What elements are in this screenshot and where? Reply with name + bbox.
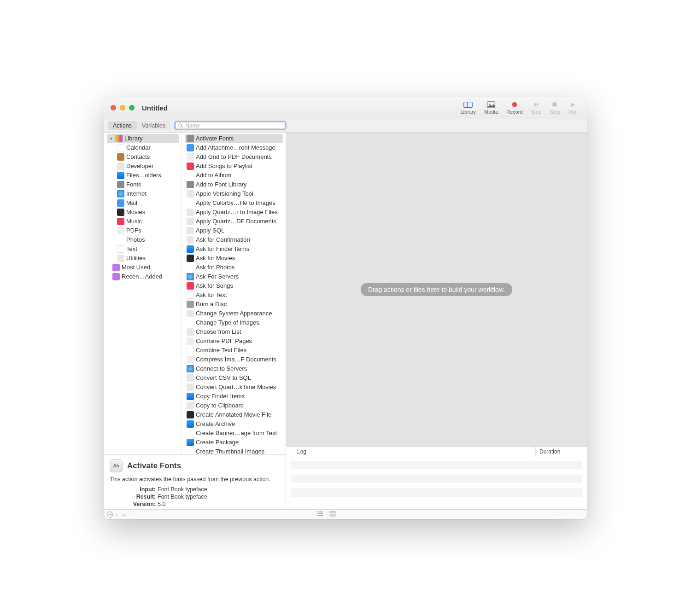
titlebar: Untitled Library Media Record (104, 97, 587, 119)
input-value: Font Book typeface (158, 486, 280, 493)
action-item[interactable]: Add to Font Library (185, 180, 283, 189)
left-panel: ▾ Library CalendarContactsDeveloperFiles… (104, 133, 286, 509)
action-item[interactable]: Apply SQL (185, 226, 283, 235)
category-label: Internet (126, 190, 146, 197)
action-item[interactable]: Compress Ima…F Documents (185, 355, 283, 364)
action-item[interactable]: Combine Text Files (185, 346, 283, 355)
result-value: Font Book typeface (158, 494, 280, 500)
action-item[interactable]: Apple Versioning Tool (185, 189, 283, 198)
library-category[interactable]: Utilities (107, 254, 179, 263)
copyright-icon[interactable]: ~ (107, 511, 113, 517)
variables-tab[interactable]: Variables (137, 121, 170, 130)
action-item[interactable]: Ask for Songs (185, 281, 283, 291)
action-item[interactable]: Burn a Disc (185, 300, 283, 309)
library-category[interactable]: Developer (107, 162, 179, 171)
library-category[interactable]: Calendar (107, 143, 179, 152)
action-label: Ask for Text (196, 291, 227, 298)
action-item[interactable]: Ask for Movies (185, 254, 283, 263)
action-item[interactable]: Create Thumbnail Images (185, 447, 283, 454)
chevron-down-icon[interactable]: ⌵ (116, 512, 118, 517)
run-button[interactable]: Run (568, 101, 578, 115)
minimize-button[interactable] (120, 105, 125, 110)
action-item[interactable]: Ask for Photos (185, 263, 283, 272)
library-root[interactable]: ▾ Library (107, 134, 179, 143)
action-icon (187, 448, 194, 454)
library-smart-folder[interactable]: Recen…Added (107, 272, 179, 281)
actions-tab[interactable]: Actions (108, 121, 137, 130)
disclosure-icon[interactable]: ▾ (109, 136, 113, 141)
log-header-log[interactable]: Log (286, 447, 535, 457)
svg-rect-6 (553, 103, 557, 107)
close-button[interactable] (111, 105, 116, 110)
action-icon (187, 328, 194, 336)
log-body (286, 457, 587, 509)
action-item[interactable]: Combine PDF Pages (185, 337, 283, 346)
action-item[interactable]: Create Banner…age from Text (185, 429, 283, 438)
action-item[interactable]: Add to Album (185, 171, 283, 180)
flow-view-icon[interactable] (329, 511, 336, 518)
action-item[interactable]: Create Annotated Movie File (185, 410, 283, 419)
library-category[interactable]: PDFs (107, 226, 179, 235)
action-item[interactable]: Activate Fonts (185, 134, 283, 143)
action-label: Activate Fonts (196, 135, 234, 142)
svg-rect-15 (330, 511, 335, 513)
action-item[interactable]: Add Attachme…ront Message (185, 143, 283, 152)
action-item[interactable]: Add Grid to PDF Documents (185, 152, 283, 162)
library-category[interactable]: Mail (107, 198, 179, 208)
action-label: Create Package (196, 439, 239, 446)
action-item[interactable]: Apply Quartz…DF Documents (185, 217, 283, 226)
action-label: Convert Quart…kTime Movies (196, 384, 276, 390)
log-header-duration[interactable]: Duration (535, 447, 587, 457)
library-button[interactable]: Library (460, 101, 476, 115)
right-panel: Drag actions or files here to build your… (286, 133, 587, 509)
action-item[interactable]: Convert CSV to SQL (185, 373, 283, 383)
library-category[interactable]: Music (107, 217, 179, 226)
stop-button[interactable]: Stop (550, 101, 560, 115)
action-item[interactable]: Copy Finder Items (185, 392, 283, 401)
action-item[interactable]: Ask for Confirmation (185, 235, 283, 244)
inbox-icon[interactable]: ⌵ (123, 511, 126, 517)
library-category[interactable]: Files…olders (107, 171, 179, 180)
list-view-icon[interactable] (316, 511, 323, 518)
action-item[interactable]: Apply ColorSy…file to Images (185, 198, 283, 208)
action-icon (187, 430, 194, 437)
library-category[interactable]: Text (107, 244, 179, 254)
action-item[interactable]: Ask For Servers (185, 272, 283, 281)
action-item[interactable]: Convert Quart…kTime Movies (185, 383, 283, 392)
action-item[interactable]: Create Archive (185, 419, 283, 429)
action-item[interactable]: Connect to Servers (185, 364, 283, 373)
action-item[interactable]: Ask for Finder Items (185, 244, 283, 254)
library-category[interactable]: Internet (107, 189, 179, 198)
workflow-canvas[interactable]: Drag actions or files here to build your… (286, 133, 587, 447)
action-item[interactable]: Add Songs to Playlist (185, 162, 283, 171)
actions-column: Activate FontsAdd Attachme…ront MessageA… (182, 133, 286, 454)
library-smart-folder[interactable]: Most Used (107, 263, 179, 272)
action-label: Change Type of Images (196, 319, 259, 326)
media-button[interactable]: Media (484, 101, 498, 115)
zoom-button[interactable] (129, 105, 135, 110)
record-button[interactable]: Record (506, 101, 522, 115)
action-icon (187, 227, 194, 234)
action-item[interactable]: Copy to Clipboard (185, 401, 283, 410)
action-item[interactable]: Apply Quartz…r to Image Files (185, 208, 283, 217)
action-item[interactable]: Change System Appearance (185, 309, 283, 318)
library-category[interactable]: Fonts (107, 180, 179, 189)
step-button[interactable]: Step (531, 101, 542, 115)
action-item[interactable]: Ask for Text (185, 291, 283, 300)
action-icon (187, 181, 194, 188)
action-item[interactable]: Create Package (185, 438, 283, 447)
library-category[interactable]: Movies (107, 208, 179, 217)
description-text: This action activates the fonts passed f… (110, 476, 280, 482)
search-input[interactable] (185, 122, 283, 129)
search-field[interactable] (174, 121, 287, 130)
library-category[interactable]: Contacts (107, 152, 179, 162)
category-icon (117, 163, 124, 170)
action-item[interactable]: Change Type of Images (185, 318, 283, 327)
action-label: Add Grid to PDF Documents (196, 153, 272, 160)
action-icon (187, 153, 194, 161)
action-item[interactable]: Choose from List (185, 327, 283, 337)
action-icon (187, 236, 194, 244)
library-category[interactable]: Photos (107, 235, 179, 244)
category-label: Music (126, 218, 142, 225)
category-icon (117, 153, 124, 161)
